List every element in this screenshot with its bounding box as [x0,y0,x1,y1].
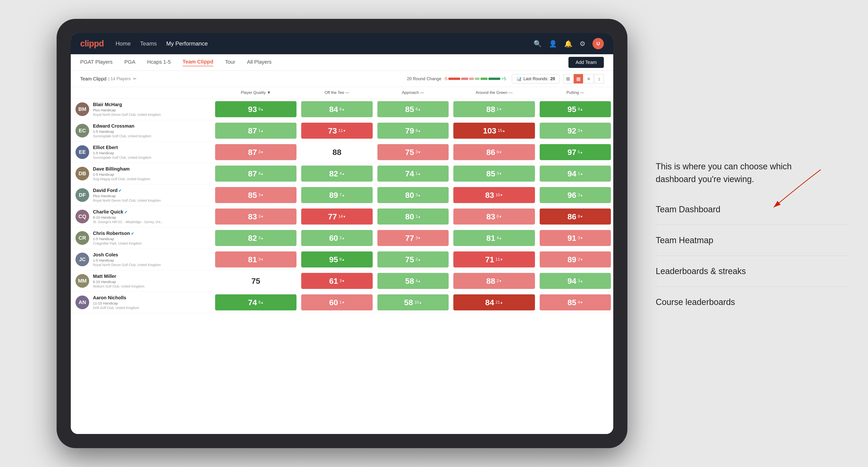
heatmap-view-button[interactable]: ▦ [574,74,583,84]
table-row: ANAaron Nicholls11-15 HandicapDrift Golf… [71,292,613,313]
score-box-tee: 846 [301,101,372,117]
team-name: Team Clippd [80,76,106,82]
score-cell-putting: 941 [537,163,613,184]
arrow-up-icon: 3 [578,193,583,197]
score-cell-approach: 803 [375,184,451,206]
arrow-up-icon: 21 [496,300,503,305]
score-change: 11 [338,128,346,133]
arrow-down-icon: 3 [258,214,264,219]
score-change: 11 [496,257,503,262]
score-change: 14 [338,214,346,219]
player-avatar: EE [75,145,89,159]
score-change: 8 [578,214,583,219]
score-cell-approach: 5810 [375,292,451,313]
grid-view-button[interactable]: ⊞ [563,74,573,84]
arrow-up-icon: 4 [497,236,502,240]
score-cell-putting: 913 [537,227,613,249]
arrow-up-icon: 1 [415,214,421,219]
table-row: JCJosh Coles1-5 HandicapRoyal North Devo… [71,249,613,270]
player-cell[interactable]: BMBlair McHargPlus HandicapRoyal North D… [71,99,213,120]
col-header-approach[interactable]: Approach — [375,87,451,99]
player-cell[interactable]: JCJosh Coles1-5 HandicapRoyal North Devo… [71,249,213,270]
player-cell[interactable]: CRChris Robertson✔1-5 HandicapCraigmilla… [71,227,213,249]
score-box-quality: 853 [215,187,297,203]
subnav-hcaps[interactable]: Hcaps 1-5 [147,59,171,66]
user-button[interactable]: 👤 [549,40,557,48]
player-cell[interactable]: MMMatt Miller6-10 HandicapWoburn Golf Cl… [71,270,213,291]
score-box-around: 8310 [453,187,535,203]
player-cell[interactable]: CQCharlie Quick✔6-10 HandicapSt. George'… [71,206,213,227]
player-avatar: DF [75,188,89,202]
score-value: 73 [328,126,337,135]
score-change: 3 [497,171,502,176]
player-club: St. George's Hill GC - Weybridge - Surre… [93,220,163,224]
score-box-tee: 824 [301,165,372,182]
player-cell[interactable]: EEElliot Ebert1-5 HandicapSunningdale Go… [71,142,213,163]
player-cell[interactable]: ECEdward Crossman1-5 HandicapSunningdale… [71,120,213,141]
player-avatar: MM [75,274,89,288]
score-cell-around: 881 [451,99,537,120]
arrow-down-icon: 8 [578,214,583,219]
player-name: Chris Robertson✔ [93,231,142,236]
list-view-button[interactable]: ≡ [584,74,593,84]
player-club: Royal North Devon Golf Club, United King… [93,113,161,117]
player-club: Gog Magog Golf Club, United Kingdom [93,177,150,181]
score-value: 92 [567,126,577,135]
score-box-approach: 799 [377,123,448,139]
score-box-quality: 823 [215,230,297,246]
app-logo: clippd [80,39,104,49]
player-info: Charlie Quick✔6-10 HandicapSt. George's … [93,209,163,224]
player-name: Aaron Nicholls [93,295,139,301]
score-value: 60 [329,234,338,243]
player-cell[interactable]: DFDavid Ford✔Plus HandicapRoyal North De… [71,184,213,206]
score-cell-approach: 753 [375,142,451,163]
player-cell[interactable]: DBDave Billingham1-5 HandicapGog Magog G… [71,163,213,184]
nav-teams[interactable]: Teams [140,40,157,47]
search-button[interactable]: 🔍 [533,40,542,48]
score-cell-tee: 7714 [299,206,375,227]
nav-home[interactable]: Home [116,40,131,47]
subnav-pgat[interactable]: PGAT Players [80,59,113,66]
subnav-team-clippd[interactable]: Team Clippd [183,59,213,66]
col-header-around[interactable]: Around the Green — [451,87,537,99]
divider-2 [656,286,849,287]
settings-button[interactable]: ⚙ [580,40,585,48]
table-row: EEElliot Ebert1-5 HandicapSunningdale Go… [71,142,613,163]
nav-icons: 🔍 👤 🔔 ⚙ U [533,38,604,49]
table-row: CRChris Robertson✔1-5 HandicapCraigmilla… [71,227,613,249]
score-value: 77 [328,212,337,221]
notifications-button[interactable]: 🔔 [564,40,572,48]
subnav-pga[interactable]: PGA [124,59,135,66]
score-box-putting: 975 [540,144,611,160]
score-value: 89 [329,191,338,200]
last-rounds-button[interactable]: 📊 Last Rounds: 20 [512,74,559,84]
score-box-around: 10315 [453,123,535,139]
score-box-around: 8421 [453,294,535,310]
score-value: 87 [248,126,257,135]
col-header-putting[interactable]: Putting — [537,87,613,99]
score-box-tee: 613 [301,273,372,289]
arrow-up-icon: 4 [258,171,264,176]
add-team-button[interactable]: Add Team [568,57,604,68]
score-box-quality: 75 [215,273,297,289]
subnav-all-players[interactable]: All Players [247,59,272,66]
score-cell-quality: 871 [213,120,299,142]
player-handicap: 1-5 Handicap [93,237,142,241]
score-cell-tee: 88 [299,142,375,163]
more-view-button[interactable]: ↕ [594,74,604,84]
col-header-quality[interactable]: Player Quality ▼ [213,87,299,99]
annotation-item-3: Course leaderboards [656,297,849,307]
score-cell-tee: 601 [299,292,375,313]
player-info: David Ford✔Plus HandicapRoyal North Devo… [93,188,161,203]
avatar[interactable]: U [592,38,604,49]
score-value: 74 [248,298,257,307]
subnav-tour[interactable]: Tour [225,59,235,66]
nav-my-performance[interactable]: My Performance [166,40,208,47]
score-value: 88 [333,148,342,157]
edit-icon[interactable]: ✏ [133,76,136,81]
col-header-tee[interactable]: Off the Tee — [299,87,375,99]
player-cell[interactable]: ANAaron Nicholls11-15 HandicapDrift Golf… [71,292,213,313]
arrow-up-icon: 9 [258,107,264,112]
score-box-putting: 923 [540,123,611,139]
score-cell-around: 814 [451,227,537,249]
